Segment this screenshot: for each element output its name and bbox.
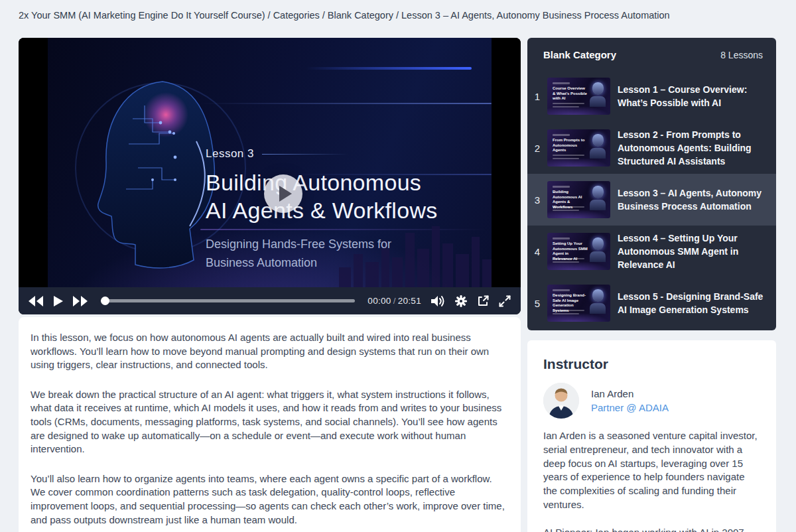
- main-content: Lesson 3 Building Autonomous AI Agents &…: [19, 38, 521, 532]
- play-button[interactable]: [54, 296, 63, 306]
- instructor-profile: Ian Arden Partner @ ADAIA: [543, 383, 760, 419]
- lesson-row-1[interactable]: 1 Course Overview & What’s Possible with…: [527, 70, 776, 122]
- sidebar: Blank Category 8 Lessons 1 Course Overvi…: [527, 38, 776, 532]
- lesson-number: 5: [527, 298, 547, 309]
- video-screen[interactable]: Lesson 3 Building Autonomous AI Agents &…: [19, 38, 521, 287]
- instructor-heading: Instructor: [543, 356, 760, 372]
- volume-icon: [431, 295, 445, 307]
- duration: 20:51: [398, 296, 421, 306]
- lesson-thumbnail: Designing Brand-Safe AI Image Generation…: [547, 285, 610, 322]
- lesson-thumbnail: From Prompts to Autonomous Agents: [547, 129, 610, 166]
- open-external-button[interactable]: [477, 295, 489, 307]
- lesson-title: Lesson 1 – Course Overview: What’s Possi…: [618, 83, 767, 109]
- lesson-count: 8 Lessons: [720, 50, 763, 60]
- lesson-number: 2: [527, 143, 547, 154]
- fullscreen-button[interactable]: [499, 295, 511, 307]
- settings-button[interactable]: [455, 295, 467, 307]
- play-icon: [279, 186, 292, 202]
- slide-text-block: Lesson 3 Building Autonomous AI Agents &…: [206, 147, 471, 272]
- volume-button[interactable]: [431, 295, 445, 307]
- video-slide: Lesson 3 Building Autonomous AI Agents &…: [48, 38, 492, 287]
- fullscreen-icon: [499, 295, 511, 307]
- description-paragraph: You’ll also learn how to organize agents…: [31, 472, 505, 527]
- instructor-bio: Ian Arden is a seasoned venture capital …: [543, 429, 760, 532]
- lesson-number: 3: [527, 194, 547, 206]
- play-icon: [54, 296, 63, 306]
- bio-paragraph: Ian Arden is a seasoned venture capital …: [543, 429, 760, 512]
- instructor-role-link[interactable]: Partner @ ADAIA: [591, 402, 669, 413]
- thumbnail-title: From Prompts to Autonomous Agents: [553, 138, 589, 153]
- slide-streak: [306, 67, 472, 70]
- lesson-row-3-active[interactable]: 3 Building Autonomous AI Agents & Workfl…: [527, 174, 776, 226]
- breadcrumb[interactable]: 2x Your SMM (AI Marketing Engine Do It Y…: [19, 10, 670, 21]
- lessons-panel-header: Blank Category 8 Lessons: [527, 38, 776, 70]
- robot-illustration: [589, 134, 606, 159]
- slide-kicker: Lesson 3: [206, 147, 254, 161]
- avatar-illustration: [543, 383, 579, 419]
- lesson-thumbnail: Building Autonomous AI Agents & Workflow…: [547, 181, 610, 218]
- lesson-row-5[interactable]: 5 Designing Brand-Safe AI Image Generati…: [527, 277, 776, 329]
- external-link-icon: [477, 295, 489, 307]
- avatar: [543, 383, 579, 419]
- play-overlay-button[interactable]: [264, 174, 302, 213]
- category-title: Blank Category: [543, 49, 616, 60]
- lesson-number: 4: [527, 246, 547, 257]
- instructor-name: Ian Arden: [591, 388, 669, 399]
- video-player: Lesson 3 Building Autonomous AI Agents &…: [19, 38, 521, 314]
- progress-knob[interactable]: [101, 297, 109, 305]
- lesson-thumbnail: Course Overview & What’s Possible with A…: [547, 78, 610, 115]
- progress-bar[interactable]: [101, 297, 355, 306]
- player-control-bar: 00:00/20:51: [19, 287, 521, 314]
- robot-illustration: [589, 82, 606, 107]
- robot-illustration: [589, 186, 606, 210]
- lesson-title: Lesson 2 - From Prompts to Autonomous Ag…: [618, 128, 767, 168]
- description-paragraph: In this lesson, we focus on how autonomo…: [31, 331, 505, 372]
- fast-forward-icon: [73, 296, 88, 306]
- lesson-row-2[interactable]: 2 From Prompts to Autonomous Agents Less…: [527, 122, 776, 174]
- lesson-thumbnail: Setting Up Your Autonomous SMM Agent in …: [547, 233, 610, 270]
- rewind-button[interactable]: [29, 296, 44, 306]
- lesson-title: Lesson 5 - Designing Brand-Safe AI Image…: [618, 290, 767, 316]
- lessons-panel: Blank Category 8 Lessons 1 Course Overvi…: [527, 38, 776, 330]
- slide-subtitle: Designing Hands-Free Systems for Busines…: [206, 235, 434, 272]
- rewind-icon: [29, 296, 44, 306]
- current-time: 00:00: [367, 296, 391, 306]
- instructor-card: Instructor Ian Arden Partner @ ADAIA Ian…: [527, 340, 776, 532]
- lesson-row-4[interactable]: 4 Setting Up Your Autonomous SMM Agent i…: [527, 226, 776, 277]
- time-display: 00:00/20:51: [367, 296, 421, 306]
- gear-icon: [455, 295, 467, 307]
- lesson-title: Lesson 3 – AI Agents, Autonomy Business …: [618, 186, 767, 213]
- progress-track: [101, 299, 355, 302]
- kicker-line: [262, 154, 348, 155]
- lesson-description: In this lesson, we focus on how autonomo…: [19, 317, 521, 532]
- robot-illustration: [589, 237, 606, 262]
- lesson-title: Lesson 4 – Setting Up Your Autonomous SM…: [618, 232, 767, 271]
- bio-paragraph: AI Pioneer: Ian began working with AI in…: [543, 526, 760, 532]
- time-separator: /: [391, 296, 398, 306]
- description-paragraph: We break down the practical structure of…: [31, 388, 505, 456]
- thumbnail-title: Course Overview & What’s Possible with A…: [553, 86, 589, 101]
- fast-forward-button[interactable]: [73, 296, 88, 306]
- lesson-number: 1: [527, 91, 547, 102]
- robot-illustration: [589, 289, 606, 314]
- slide-title: Building Autonomous AI Agents & Workflow…: [206, 168, 471, 224]
